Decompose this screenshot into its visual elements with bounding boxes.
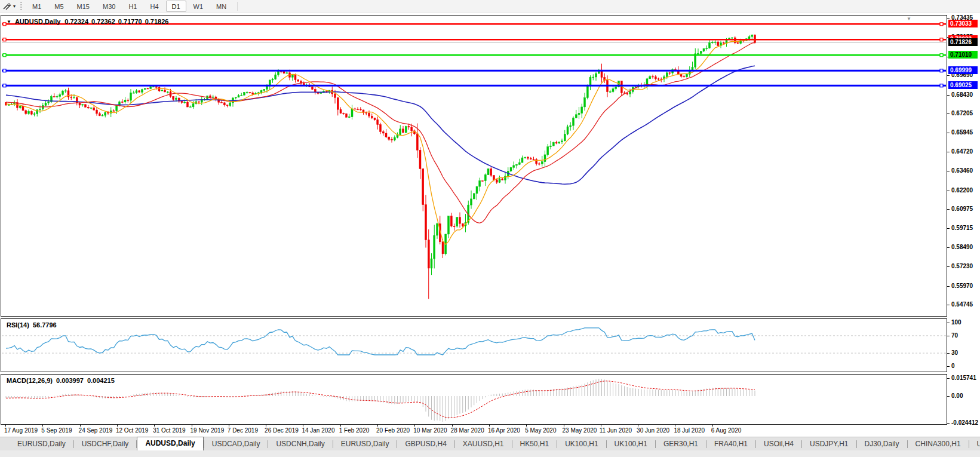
timeframe-button-m15[interactable]: M15 <box>71 1 96 12</box>
date-tick-label: 10 Mar 2020 <box>413 427 447 434</box>
date-tick-label: 28 Mar 2020 <box>451 427 484 434</box>
date-tick-mark <box>5 425 6 427</box>
ohlc-high: 0.72362 <box>91 18 115 25</box>
timeframe-button-d1[interactable]: D1 <box>166 1 186 12</box>
current-price-badge: 0.71826 <box>948 38 978 46</box>
price-tick-mark <box>947 228 950 229</box>
timeframe-button-h1[interactable]: H1 <box>122 1 143 12</box>
rsi-tick-label: 0 <box>951 363 955 369</box>
timeframe-button-w1[interactable]: W1 <box>188 1 210 12</box>
tab-uk100-h1[interactable]: UK100,H1 <box>607 438 655 450</box>
trendline-cursor-icon <box>3 2 12 10</box>
date-tick-label: 17 Aug 2019 <box>4 427 38 434</box>
tab-usdcnh-daily[interactable]: USDCNH,Daily <box>268 438 332 450</box>
date-tick-label: 31 Oct 2019 <box>153 427 185 434</box>
date-tick-mark <box>303 425 303 427</box>
price-tick-label: 0.57230 <box>951 263 973 269</box>
date-tick-label: 5 May 2020 <box>525 427 556 434</box>
timeframe-button-m1[interactable]: M1 <box>26 1 47 12</box>
date-tick-mark <box>154 425 155 427</box>
macd-indicator-panel[interactable]: MACD(12,26,9) 0.003997 0.004215 <box>1 374 947 425</box>
date-tick-mark <box>452 425 453 427</box>
candlestick-chart[interactable] <box>1 16 947 316</box>
tab-usoil-h4[interactable]: USOil,H4 <box>756 438 801 450</box>
tab-fra40-h1[interactable]: FRA40,H1 <box>706 438 755 450</box>
date-tick-label: 11 Jun 2020 <box>600 427 632 434</box>
trendline-tool-button[interactable]: ▾ <box>0 0 19 12</box>
rsi-tick-mark <box>947 353 950 354</box>
price-tick-label: 0.60975 <box>951 206 973 212</box>
chart-symbol-label: AUDUSD,Daily <box>15 18 60 25</box>
price-tick-label: 0.54745 <box>951 301 973 308</box>
price-level-badge: 0.69025 <box>948 81 978 89</box>
tab-china300-h1[interactable]: CHINA300,H1 <box>908 438 969 450</box>
tab-eurusd-daily[interactable]: EURUSD,Daily <box>10 438 73 450</box>
price-axis[interactable]: 0.734350.721750.709150.696900.684300.672… <box>947 15 980 425</box>
date-axis[interactable]: 17 Aug 20195 Sep 201924 Sep 201912 Oct 2… <box>1 425 947 437</box>
date-tick-mark <box>377 425 378 427</box>
toolbar-separator <box>237 2 238 11</box>
date-tick-label: 19 Nov 2019 <box>191 427 225 434</box>
main-chart-panel[interactable]: ▼ AUDUSD,Daily 0.72324 0.72362 0.71770 0… <box>1 15 947 317</box>
toolbar-grip-handle[interactable] <box>20 2 22 10</box>
rsi-chart[interactable] <box>1 319 947 372</box>
timeframe-toolbar: ▾ M1M5M15M30H1H4D1W1MN <box>0 0 980 13</box>
tab-usoil-h1[interactable]: USOil,H1 <box>969 438 980 450</box>
tab-dj30-daily[interactable]: DJ30,Daily <box>857 438 907 450</box>
rsi-label: RSI(14) 56.7796 <box>7 321 57 329</box>
date-tick-label: 26 Dec 2019 <box>265 427 299 434</box>
date-tick-label: 1 Feb 2020 <box>339 427 370 434</box>
tab-usdcad-daily[interactable]: USDCAD,Daily <box>204 438 268 450</box>
tab-usdchf-daily[interactable]: USDCHF,Daily <box>74 438 137 450</box>
macd-tick-mark <box>947 396 950 397</box>
macd-chart[interactable] <box>1 375 947 424</box>
date-tick-label: 24 Sep 2019 <box>79 427 113 434</box>
date-tick-mark <box>117 425 118 427</box>
date-tick-label: 20 Feb 2020 <box>376 427 410 434</box>
tab-usdjpy-h1[interactable]: USDJPY,H1 <box>802 438 856 450</box>
price-tick-mark <box>947 114 950 114</box>
timeframe-button-mn[interactable]: MN <box>210 1 232 12</box>
date-tick-mark <box>340 425 341 427</box>
date-tick-label: 16 Apr 2020 <box>488 427 520 434</box>
price-tick-label: 0.63460 <box>951 167 973 174</box>
tab-gbpusd-h4[interactable]: GBPUSD,H4 <box>397 438 454 450</box>
macd-tick-label: 0.00 <box>951 392 963 399</box>
macd-name: MACD(12,26,9) <box>7 377 53 384</box>
tool-dropdown-caret-icon[interactable]: ▾ <box>13 4 16 9</box>
rsi-name: RSI(14) <box>7 321 29 329</box>
tab-ger30-h1[interactable]: GER30,H1 <box>656 438 706 450</box>
date-tick-mark <box>675 425 675 427</box>
symbol-dropdown-caret-icon[interactable]: ▼ <box>7 19 11 24</box>
timeframe-button-h4[interactable]: H4 <box>144 1 164 12</box>
date-tick-mark <box>266 425 266 427</box>
price-tick-label: 0.62200 <box>951 187 973 194</box>
tab-uk100-h1[interactable]: UK100,H1 <box>557 438 606 450</box>
rsi-tick-mark <box>947 366 950 367</box>
price-tick-label: 0.64720 <box>951 148 973 155</box>
price-tick-mark <box>947 305 950 305</box>
tab-hk50-h1[interactable]: HK50,H1 <box>512 438 557 450</box>
price-tick-label: 0.55970 <box>951 283 973 289</box>
rsi-indicator-panel[interactable]: RSI(14) 56.7796 <box>1 318 947 372</box>
date-tick-label: 12 Oct 2019 <box>116 427 148 434</box>
tab-audusd-daily[interactable]: AUDUSD,Daily <box>137 437 203 450</box>
ohlc-close: 0.71826 <box>145 18 169 25</box>
price-level-badge: 0.73033 <box>948 20 978 27</box>
date-tick-label: 18 Jul 2020 <box>674 427 705 434</box>
ohlc-open: 0.72324 <box>64 18 88 25</box>
price-tick-label: 0.68430 <box>951 91 973 98</box>
timeframe-button-m5[interactable]: M5 <box>48 1 69 12</box>
tab-xauusd-h1[interactable]: XAUUSD,H1 <box>455 438 512 450</box>
date-tick-mark <box>42 425 43 427</box>
chart-shift-marker-icon[interactable]: ▼ <box>907 16 911 22</box>
price-tick-label: 0.67205 <box>951 110 973 116</box>
macd-signal-value: 0.004215 <box>87 377 115 384</box>
tab-eurusd-daily[interactable]: EURUSD,Daily <box>333 438 397 450</box>
rsi-tick-label: 30 <box>951 349 958 356</box>
date-tick-mark <box>712 425 713 427</box>
date-tick-mark <box>414 425 415 427</box>
timeframe-button-m30[interactable]: M30 <box>97 1 121 12</box>
date-tick-mark <box>601 425 601 427</box>
price-tick-label: 0.65945 <box>951 129 973 136</box>
